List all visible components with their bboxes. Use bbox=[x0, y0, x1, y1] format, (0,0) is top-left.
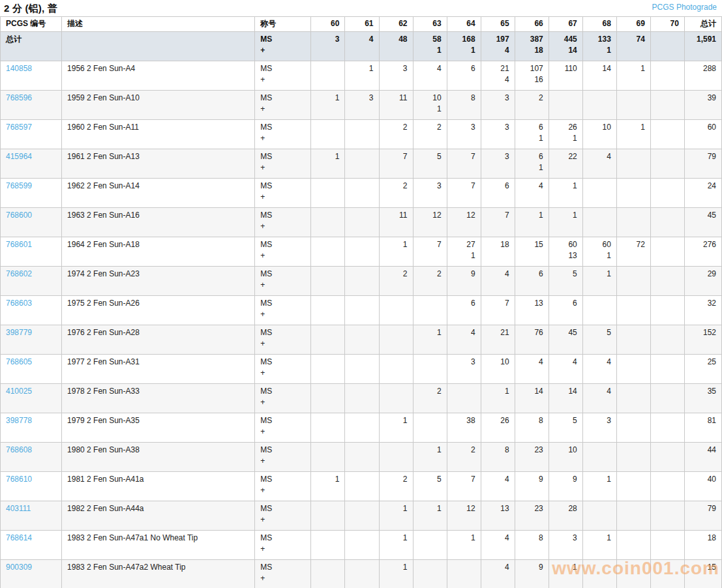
grade-cell bbox=[345, 501, 379, 531]
pcgs-number-link[interactable]: 398779 bbox=[6, 328, 32, 337]
grade-cell bbox=[616, 531, 650, 560]
grade-value: 1 bbox=[554, 210, 577, 221]
grade-cell: 7 bbox=[481, 296, 515, 325]
designation-cell: MS+ bbox=[255, 149, 311, 179]
table-row: 7686021974 2 Fen Sun-A23MS+229465129 bbox=[1, 267, 722, 296]
grade-cell: 9 bbox=[515, 560, 549, 588]
grade-value: 1 bbox=[487, 386, 509, 397]
table-row: 7686031975 2 Fen Sun-A26MS+6713632 bbox=[1, 296, 722, 325]
grade-cell: 1 bbox=[549, 179, 582, 208]
pcgs-number-link[interactable]: 768610 bbox=[6, 475, 32, 484]
grade-value: 3 bbox=[487, 93, 509, 104]
grade-cell: 1 bbox=[413, 501, 447, 531]
pcgs-number-cell: 768596 bbox=[1, 91, 62, 120]
grade-cell: 2 bbox=[447, 443, 481, 472]
grade-value: 4 bbox=[520, 181, 543, 192]
grade-value: 6 bbox=[520, 269, 543, 280]
designation-line: MS bbox=[260, 327, 305, 338]
total-cell: 32 bbox=[684, 296, 721, 325]
pcgs-number-link[interactable]: 768596 bbox=[6, 93, 32, 102]
grade-cell: 23 bbox=[515, 501, 549, 531]
pcgs-number-link[interactable]: 768600 bbox=[6, 211, 32, 220]
pcgs-number-link[interactable]: 410025 bbox=[6, 387, 32, 396]
designation-line: + bbox=[260, 573, 305, 584]
grade-cell bbox=[311, 413, 345, 443]
grade-cell: 2 bbox=[413, 267, 447, 296]
grade-value: 11 bbox=[385, 210, 408, 221]
designation-line: + bbox=[260, 309, 305, 320]
pcgs-number-link[interactable]: 768603 bbox=[6, 299, 32, 308]
table-row: 7686081980 2 Fen Sun-A38MS+128231044 bbox=[1, 443, 722, 472]
pcgs-number-link[interactable]: 768601 bbox=[6, 240, 32, 249]
pcgs-number-link[interactable]: 768614 bbox=[6, 533, 32, 542]
grade-value: 1 bbox=[385, 533, 408, 544]
pcgs-number-link[interactable]: 398778 bbox=[6, 416, 32, 425]
grade-cell: 1 bbox=[582, 531, 616, 560]
grade-cell: 1 bbox=[345, 61, 379, 91]
grade-value: 1 bbox=[419, 327, 442, 338]
grade-cell: 18 bbox=[481, 237, 515, 267]
grade-value: 4 bbox=[487, 533, 509, 544]
grade-value: 6 bbox=[453, 63, 475, 74]
grade-cell: 6 bbox=[481, 179, 515, 208]
grade-cell bbox=[345, 413, 379, 443]
grade-cell: 4 bbox=[413, 61, 447, 91]
grade-value: 72 bbox=[622, 239, 645, 250]
grade-cell: 1331 bbox=[582, 32, 616, 61]
pcgs-number-link[interactable]: 768599 bbox=[6, 181, 32, 190]
grade-value: 8 bbox=[520, 415, 543, 426]
pcgs-number-cell: 140858 bbox=[1, 61, 62, 91]
total-cell: 60 bbox=[684, 120, 721, 149]
grade-cell bbox=[345, 149, 379, 179]
grade-value: 6 bbox=[520, 151, 543, 162]
grade-cell: 3 bbox=[447, 355, 481, 384]
pcgs-number-link[interactable]: 403111 bbox=[6, 504, 31, 513]
grade-value: 1 bbox=[385, 415, 408, 426]
grade-cell bbox=[616, 384, 650, 413]
pcgs-number-link[interactable]: 415964 bbox=[6, 152, 32, 161]
grade-cell: 581 bbox=[413, 32, 447, 61]
pcgs-number-link[interactable]: 768605 bbox=[6, 357, 32, 366]
grade-cell: 1 bbox=[515, 208, 549, 237]
pcgs-number-link[interactable]: 768597 bbox=[6, 123, 32, 132]
grade-cell bbox=[650, 501, 684, 531]
pcgs-number-link[interactable]: 900309 bbox=[6, 563, 32, 572]
total-cell: 45 bbox=[684, 208, 721, 237]
grade-cell bbox=[345, 560, 379, 588]
grade-value: 1 bbox=[385, 562, 408, 573]
pcgs-number-link[interactable]: 768602 bbox=[6, 269, 32, 278]
grade-cell: 3 bbox=[311, 32, 345, 61]
grade-value: 1 bbox=[554, 562, 577, 573]
grade-value: 107 bbox=[520, 63, 543, 74]
grade-value: 1 bbox=[520, 210, 543, 221]
grade-cell bbox=[379, 384, 413, 413]
designation-line: + bbox=[260, 485, 305, 496]
grade-cell bbox=[582, 296, 616, 325]
pcgs-number-link[interactable]: 140858 bbox=[6, 64, 32, 73]
designation-line: + bbox=[260, 368, 305, 379]
grade-value: 5 bbox=[588, 327, 611, 338]
grade-cell bbox=[650, 208, 684, 237]
pcgs-number-link[interactable]: 768608 bbox=[6, 445, 32, 454]
grade-value: 10 bbox=[419, 93, 442, 104]
grade-cell bbox=[345, 296, 379, 325]
designation-line: + bbox=[260, 250, 305, 261]
grade-cell bbox=[413, 355, 447, 384]
grade-cell: 38 bbox=[447, 413, 481, 443]
pcgs-photograde-link[interactable]: PCGS Photograde bbox=[652, 3, 717, 12]
grade-value: 445 bbox=[554, 34, 577, 45]
grade-cell bbox=[447, 384, 481, 413]
grade-value: 4 bbox=[487, 562, 509, 573]
grade-value: 1 bbox=[622, 122, 645, 133]
grade-cell: 9 bbox=[515, 472, 549, 501]
page-title: 2 分 (铝), 普 bbox=[4, 3, 57, 15]
designation-cell: MS+ bbox=[255, 443, 311, 472]
table-row: 7686001963 2 Fen Sun-A16MS+11121271145 bbox=[1, 208, 722, 237]
grade-value: 13 bbox=[520, 298, 543, 309]
total-cell: 276 bbox=[684, 237, 721, 267]
grade-value: 4 bbox=[487, 269, 509, 280]
grade-cell: 1 bbox=[582, 472, 616, 501]
grade-cell bbox=[413, 296, 447, 325]
grade-cell bbox=[413, 413, 447, 443]
total-cell: 35 bbox=[684, 384, 721, 413]
